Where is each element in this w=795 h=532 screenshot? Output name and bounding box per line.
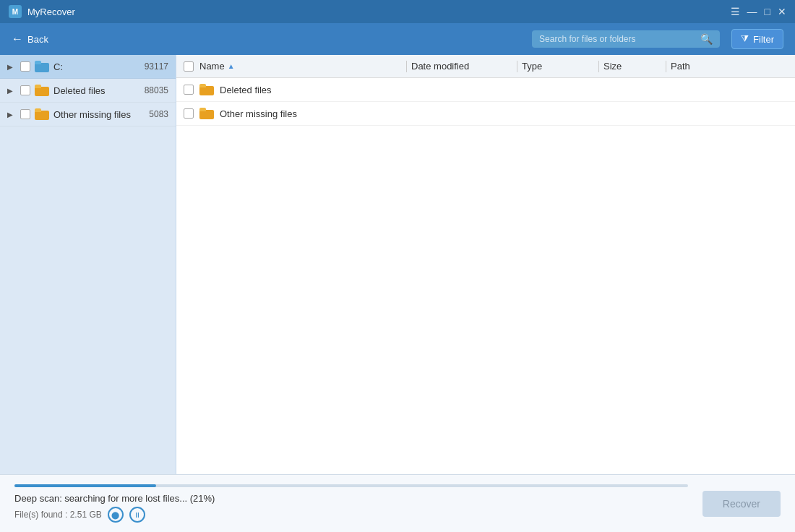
other-missing-checkbox[interactable] (20, 109, 30, 119)
table-row[interactable]: Other missing files (176, 102, 795, 126)
scan-status-text: Deep scan: searching for more lost files… (14, 493, 688, 504)
sidebar-item-label: Deleted files (53, 85, 140, 96)
col-divider-2 (517, 61, 517, 72)
deleted-files-checkbox[interactable] (20, 85, 30, 95)
search-input[interactable] (539, 34, 696, 44)
sidebar-item-other-missing[interactable]: ▶ Other missing files 5083 (0, 103, 176, 126)
sidebar-item-c-drive[interactable]: ▶ C: 93117 (0, 55, 176, 79)
progress-bar-fill (14, 484, 156, 487)
row-folder-icon (199, 84, 214, 95)
search-bar[interactable]: 🔍 (532, 30, 720, 48)
back-label: Back (27, 34, 48, 45)
filter-label: Filter (753, 34, 774, 45)
back-button[interactable]: ← Back (12, 33, 48, 46)
sidebar-item-label: Other missing files (53, 109, 145, 120)
chevron-icon: ▶ (7, 111, 16, 119)
chevron-icon: ▶ (7, 63, 16, 71)
sort-arrow-icon: ▲ (228, 62, 235, 70)
menu-button[interactable]: ☰ (731, 6, 740, 17)
titlebar-controls: ☰ — □ ✕ (731, 6, 786, 17)
titlebar-left: M MyRecover (9, 5, 75, 18)
row-name: Deleted files (199, 84, 396, 95)
col-divider-1 (406, 61, 407, 72)
progress-bar-container (14, 484, 688, 487)
col-size-header[interactable]: Size (603, 61, 661, 72)
drive-folder-icon (35, 61, 49, 72)
sidebar-item-label: C: (53, 61, 140, 72)
sidebar: ▶ C: 93117 ▶ Deleted files 88035 ▶ Other… (0, 55, 176, 474)
maximize-button[interactable]: □ (765, 6, 770, 17)
pause-button[interactable]: ⏸ (129, 507, 145, 523)
statusbar: Deep scan: searching for more lost files… (0, 474, 795, 532)
files-found-label: File(s) found : 2.51 GB (14, 510, 102, 520)
select-all-checkbox[interactable] (184, 61, 194, 72)
sidebar-item-deleted-files[interactable]: ▶ Deleted files 88035 (0, 79, 176, 103)
filter-icon: ⧩ (741, 33, 749, 45)
col-name-label: Name (199, 61, 225, 72)
filter-button[interactable]: ⧩ Filter (731, 29, 783, 49)
sidebar-item-count: 93117 (145, 61, 168, 72)
row-name: Other missing files (199, 108, 396, 119)
col-type-label: Type (522, 61, 542, 72)
col-divider-4 (666, 61, 666, 72)
filelist-header: Name ▲ Date modified Type Size Path (176, 55, 795, 78)
row-name-label: Other missing files (220, 108, 297, 119)
main-content: ▶ C: 93117 ▶ Deleted files 88035 ▶ Other… (0, 55, 795, 474)
row-checkbox[interactable] (184, 85, 194, 95)
app-title: MyRecover (27, 7, 75, 17)
stop-button[interactable]: ⬤ (108, 507, 124, 523)
c-drive-checkbox[interactable] (20, 61, 30, 72)
close-button[interactable]: ✕ (778, 6, 786, 17)
row-checkbox[interactable] (184, 108, 194, 119)
files-found-text: File(s) found : 2.51 GB ⬤ ⏸ (14, 507, 688, 523)
recover-button[interactable]: Recover (702, 491, 781, 517)
col-date-label: Date modified (411, 61, 469, 72)
col-path-label: Path (671, 61, 690, 72)
table-row[interactable]: Deleted files (176, 78, 795, 102)
col-name-header[interactable]: Name ▲ (199, 61, 402, 72)
col-divider-3 (598, 61, 599, 72)
back-arrow-icon: ← (12, 33, 23, 46)
other-missing-folder-icon (35, 108, 49, 120)
titlebar: M MyRecover ☰ — □ ✕ (0, 0, 795, 23)
status-text-block: Deep scan: searching for more lost files… (14, 484, 688, 523)
row-name-label: Deleted files (220, 85, 272, 95)
search-icon: 🔍 (700, 33, 713, 45)
sidebar-item-count: 88035 (145, 85, 168, 95)
filelist-body: Deleted files Other missing files (176, 78, 795, 474)
row-folder-icon (199, 108, 214, 119)
chevron-icon: ▶ (7, 87, 16, 95)
col-date-header[interactable]: Date modified (411, 61, 512, 72)
navbar: ← Back 🔍 ⧩ Filter (0, 23, 795, 55)
minimize-button[interactable]: — (747, 6, 757, 17)
col-type-header[interactable]: Type (522, 61, 594, 72)
filelist: Name ▲ Date modified Type Size Path (176, 55, 795, 474)
col-size-label: Size (603, 61, 622, 72)
sidebar-item-count: 5083 (149, 109, 168, 119)
col-path-header[interactable]: Path (671, 61, 788, 72)
app-icon: M (9, 5, 22, 18)
deleted-folder-icon (35, 85, 49, 96)
